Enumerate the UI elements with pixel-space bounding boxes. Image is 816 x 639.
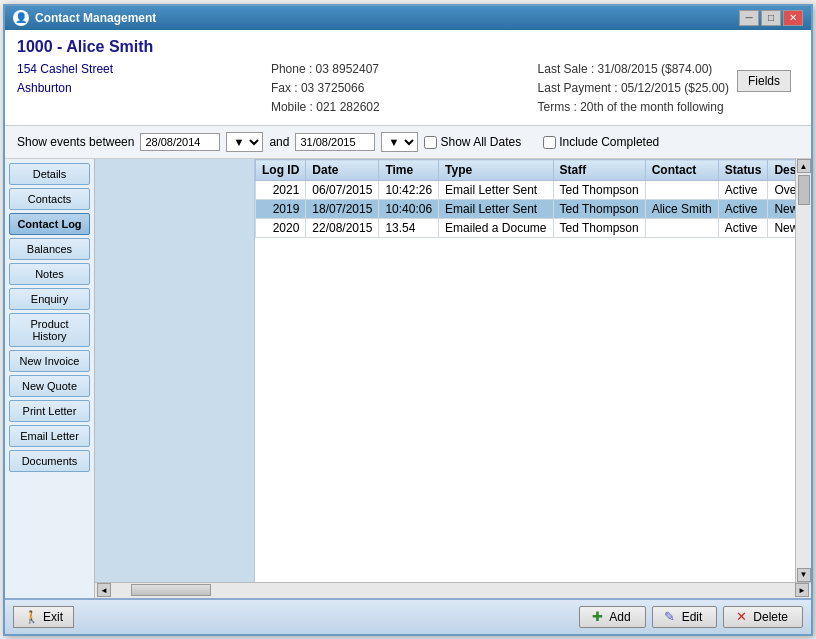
main-window: 👤 Contact Management ─ □ ✕ 1000 - Alice … (3, 4, 813, 636)
delete-icon: ✕ (734, 610, 748, 624)
scroll-thumb[interactable] (798, 175, 810, 205)
show-all-dates-label[interactable]: Show All Dates (424, 135, 521, 149)
vertical-scrollbar[interactable]: ▲ ▼ (795, 159, 811, 581)
cell-0-date: 06/07/2015 (306, 181, 379, 200)
close-button[interactable]: ✕ (783, 10, 803, 26)
cell-1-type: Email Letter Sent (439, 200, 553, 219)
date-from-dropdown[interactable]: ▼ (226, 132, 263, 152)
cell-2-staff: Ted Thompson (553, 219, 645, 238)
exit-button[interactable]: 🚶 Exit (13, 606, 74, 628)
cell-2-date: 22/08/2015 (306, 219, 379, 238)
cell-1-log-id: 2019 (256, 200, 306, 219)
include-completed-checkbox[interactable] (543, 136, 556, 149)
action-buttons: ✚ Add ✎ Edit ✕ Delete (579, 606, 803, 628)
cell-2-contact (645, 219, 718, 238)
cell-0-status: Active (718, 181, 768, 200)
sidebar-item-product-history[interactable]: Product History (9, 313, 90, 347)
cell-2-status: Active (718, 219, 768, 238)
title-bar: 👤 Contact Management ─ □ ✕ (5, 6, 811, 30)
cell-1-date: 18/07/2015 (306, 200, 379, 219)
sidebar-item-contact-log[interactable]: Contact Log (9, 213, 90, 235)
date-from-input[interactable] (140, 133, 220, 151)
date-to-input[interactable] (295, 133, 375, 151)
hscroll-thumb[interactable] (131, 584, 211, 596)
delete-button[interactable]: ✕ Delete (723, 606, 803, 628)
cell-1-time: 10:40:06 (379, 200, 439, 219)
address-line2: Ashburton (17, 79, 113, 98)
col-header-status: Status (718, 160, 768, 181)
last-sale: Last Sale : 31/08/2015 ($874.00) (538, 60, 729, 79)
scroll-right-button[interactable]: ► (795, 583, 809, 597)
window-icon: 👤 (13, 10, 29, 26)
sidebar-item-balances[interactable]: Balances (9, 238, 90, 260)
edit-label: Edit (682, 610, 703, 624)
col-header-desc: Des (768, 160, 795, 181)
filter-bar: Show events between ▼ and ▼ Show All Dat… (5, 126, 811, 159)
sidebar-item-details[interactable]: Details (9, 163, 90, 185)
contact-full-title: 1000 - Alice Smith (17, 38, 799, 56)
cell-1-desc: New (768, 200, 795, 219)
add-label: Add (609, 610, 630, 624)
exit-icon: 🚶 (24, 610, 39, 624)
sidebar-item-contacts[interactable]: Contacts (9, 188, 90, 210)
address-block: 154 Cashel Street Ashburton (17, 60, 113, 98)
cell-0-staff: Ted Thompson (553, 181, 645, 200)
cell-1-staff: Ted Thompson (553, 200, 645, 219)
fax: Fax : 03 3725066 (271, 79, 380, 98)
scroll-down-button[interactable]: ▼ (797, 568, 811, 582)
scroll-left-button[interactable]: ◄ (97, 583, 111, 597)
sidebar-item-notes[interactable]: Notes (9, 263, 90, 285)
sidebar-item-new-invoice[interactable]: New Invoice (9, 350, 90, 372)
window-title: Contact Management (35, 11, 156, 25)
left-accent-column (95, 159, 255, 581)
content-area: 1000 - Alice Smith 154 Cashel Street Ash… (5, 30, 811, 634)
table-body: 202106/07/201510:42:26Email Letter SentT… (256, 181, 796, 238)
horizontal-scrollbar-area: ◄ ► (95, 582, 811, 598)
table-row[interactable]: 202022/08/201513.54Emailed a DocumeTed T… (256, 219, 796, 238)
title-bar-left: 👤 Contact Management (13, 10, 156, 26)
table-row[interactable]: 201918/07/201510:40:06Email Letter SentT… (256, 200, 796, 219)
header-section: 1000 - Alice Smith 154 Cashel Street Ash… (5, 30, 811, 127)
col-header-type: Type (439, 160, 553, 181)
scroll-up-button[interactable]: ▲ (797, 159, 811, 173)
cell-0-desc: Ove (768, 181, 795, 200)
sidebar: DetailsContactsContact LogBalancesNotesE… (5, 159, 95, 597)
cell-1-contact: Alice Smith (645, 200, 718, 219)
sidebar-item-enquiry[interactable]: Enquiry (9, 288, 90, 310)
table-row[interactable]: 202106/07/201510:42:26Email Letter SentT… (256, 181, 796, 200)
hscroll-track[interactable] (111, 583, 795, 597)
cell-0-type: Email Letter Sent (439, 181, 553, 200)
cell-0-log-id: 2021 (256, 181, 306, 200)
include-completed-label[interactable]: Include Completed (543, 135, 659, 149)
maximize-button[interactable]: □ (761, 10, 781, 26)
main-body: DetailsContactsContact LogBalancesNotesE… (5, 159, 811, 597)
show-all-dates-checkbox[interactable] (424, 136, 437, 149)
minimize-button[interactable]: ─ (739, 10, 759, 26)
phone-block: Phone : 03 8952407 Fax : 03 3725066 Mobi… (271, 60, 380, 118)
bottom-bar: 🚶 Exit ✚ Add ✎ Edit ✕ Delete (5, 598, 811, 634)
table-header-row: Log IDDateTimeTypeStaffContactStatusDes (256, 160, 796, 181)
col-header-time: Time (379, 160, 439, 181)
cell-2-type: Emailed a Docume (439, 219, 553, 238)
edit-button[interactable]: ✎ Edit (652, 606, 718, 628)
filter-label-and: and (269, 135, 289, 149)
address-line1: 154 Cashel Street (17, 60, 113, 79)
add-button[interactable]: ✚ Add (579, 606, 645, 628)
fields-button[interactable]: Fields (737, 70, 791, 92)
sidebar-item-print-letter[interactable]: Print Letter (9, 400, 90, 422)
cell-0-contact (645, 181, 718, 200)
table-scroll-area[interactable]: Log IDDateTimeTypeStaffContactStatusDes … (255, 159, 795, 581)
sidebar-item-new-quote[interactable]: New Quote (9, 375, 90, 397)
col-header-date: Date (306, 160, 379, 181)
date-to-dropdown[interactable]: ▼ (381, 132, 418, 152)
sidebar-item-email-letter[interactable]: Email Letter (9, 425, 90, 447)
terms: Terms : 20th of the month following (538, 98, 729, 117)
edit-icon: ✎ (663, 610, 677, 624)
sidebar-item-documents[interactable]: Documents (9, 450, 90, 472)
mobile: Mobile : 021 282602 (271, 98, 380, 117)
header-info: 154 Cashel Street Ashburton Phone : 03 8… (17, 60, 799, 118)
cell-0-time: 10:42:26 (379, 181, 439, 200)
exit-label: Exit (43, 610, 63, 624)
add-icon: ✚ (590, 610, 604, 624)
cell-2-time: 13.54 (379, 219, 439, 238)
